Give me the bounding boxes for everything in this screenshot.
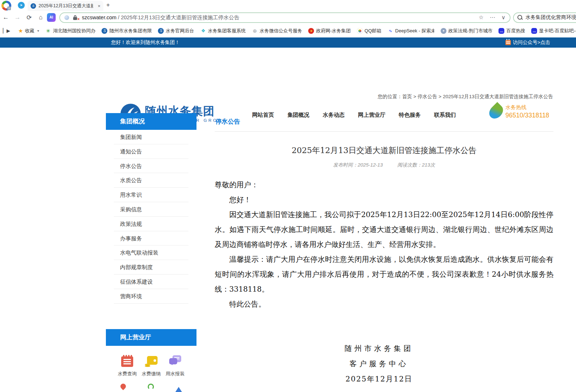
- up-triangle-icon[interactable]: [175, 384, 182, 392]
- bookmark-item[interactable]: ✦政策法规-荆门市城市: [441, 28, 492, 34]
- wallet-icon: [147, 356, 158, 365]
- view-count: 阅读次数：213次: [397, 162, 435, 168]
- paragraph: 您好！: [215, 192, 553, 207]
- bookmark-favicon-icon: ✳: [45, 28, 51, 34]
- welcome-text: 您好！欢迎来到随州水务集团！: [111, 39, 180, 46]
- insecure-lock-icon[interactable]: ×: [73, 15, 79, 20]
- bookmark-favicon-icon: S: [102, 28, 107, 34]
- search-icon: [517, 15, 523, 20]
- bookmark-item[interactable]: ★政府网-水务集团: [308, 28, 350, 34]
- bookmark-favicon-icon: S: [158, 28, 164, 34]
- bookmark-item[interactable]: S水务官网后台: [158, 28, 194, 34]
- article-signature: 随州市水务集团 客户服务中心 2025年12月12日: [210, 341, 548, 387]
- site-header: 随州水务集团 SUIZHOU WATER GROUP 网站首页 集团概况 水务动…: [0, 48, 576, 90]
- ai-assistant-button[interactable]: AI: [47, 13, 56, 22]
- url-path: / 2025年12月13日交通大道新旧管连接施工停水公告: [116, 15, 239, 20]
- bookmark-favicon-icon: 灬: [531, 28, 537, 34]
- sidebar-item-procurement[interactable]: 采购信息: [114, 202, 188, 217]
- url-host: szcswater.com: [82, 15, 116, 20]
- breadcrumb-category-link[interactable]: 停水公告: [418, 94, 437, 99]
- browser-logo-badge: v: [7, 7, 11, 10]
- bookmark-item[interactable]: S随州市水务集团有限: [102, 28, 152, 34]
- sidebar-item-services[interactable]: 办事服务: [114, 231, 188, 246]
- calendar-icon: [505, 40, 511, 45]
- favorites-star-icon: ★: [18, 28, 23, 34]
- hotline-label: 水务热线: [505, 104, 549, 111]
- site-orb-icon[interactable]: [64, 15, 69, 20]
- telegram-icon[interactable]: ➤: [18, 2, 25, 9]
- breadcrumb-home-link[interactable]: 首页: [402, 94, 412, 99]
- bookmark-item[interactable]: ⊕水务微信公众号服务: [252, 28, 302, 34]
- paragraph: 特此公告。: [215, 297, 553, 312]
- dropdown-chevron-icon[interactable]: ∨: [501, 14, 505, 21]
- bookmark-star-icon[interactable]: ☆: [479, 14, 484, 21]
- sidebar-item-utility-joint-install[interactable]: 水电气联动报装: [114, 245, 188, 260]
- sidebar-section-group-overview: 集团概况: [106, 113, 196, 130]
- coins-icon: [145, 365, 150, 367]
- sidebar-item-group-news[interactable]: 集团新闻: [114, 130, 188, 144]
- refresh-circle-icon[interactable]: [148, 384, 154, 390]
- breadcrumb-current: 2025年12月13日交通大道新旧管连接施工停水公告: [443, 94, 553, 99]
- home-button[interactable]: ⌂: [35, 14, 47, 21]
- sidebar-section-online-hall: 网上营业厅: [106, 329, 196, 346]
- sidebar-item-internal-rules[interactable]: 内部规章制度: [114, 260, 188, 275]
- paragraph: 尊敬的用户：: [215, 177, 553, 192]
- back-button[interactable]: ←: [0, 14, 12, 21]
- sidebar-item-credit-system[interactable]: 征信体系建设: [114, 275, 188, 289]
- sidebar-item-business-environment[interactable]: 营商环境: [114, 289, 188, 304]
- bookmark-favicon-icon: [357, 28, 363, 34]
- browser-window: v ➤ S 2025年12月13日交通大道新 × + ← → ⟳ ⌂ AI × …: [0, 0, 576, 392]
- search-query-text: 水务集团优化营商环境创: [525, 14, 576, 21]
- bookmark-favicon-icon: ❖: [200, 28, 206, 34]
- sidebar-item-notices[interactable]: 通知公告: [114, 144, 188, 159]
- bookmark-item[interactable]: 灬显卡吧-百度贴吧--三: [531, 28, 576, 34]
- bookmark-item[interactable]: ∿DeepSeek - 探索未: [388, 28, 434, 34]
- tab-strip: v ➤ S 2025年12月13日交通大道新 × +: [0, 0, 576, 11]
- tab-title: 2025年12月13日交通大道新: [39, 3, 93, 9]
- forward-button[interactable]: →: [12, 14, 23, 21]
- bookmark-item[interactable]: ✳湖北随州国投协同办: [45, 28, 95, 34]
- page-title: 停水公告: [215, 113, 553, 131]
- favorites-caret-icon: ▾: [37, 29, 39, 33]
- notebook-icon: [121, 356, 133, 367]
- tab-close-icon[interactable]: ×: [98, 3, 100, 9]
- service-water-fee-query[interactable]: 水费查询: [115, 355, 139, 377]
- paragraph: 因交通大道新旧管连接施工，我公司拟于2025年12月13日22:00至2025年…: [215, 207, 553, 252]
- article-meta: 发布时间：2025-12-13阅读次数：213次: [215, 162, 553, 168]
- sidebar-item-water-quality[interactable]: 水质公告: [114, 173, 188, 188]
- sidebar: 集团概况 集团新闻 通知公告 停水公告 水质公告 用水常识 采购信息 政策法规 …: [106, 113, 196, 392]
- sidebar-toggle-icon[interactable]: ▏▶: [3, 28, 10, 33]
- breadcrumb: 您的位置：首页 > 停水公告 > 2025年12月13日交通大道新旧管连接施工停…: [378, 93, 553, 100]
- signature-org: 随州市水务集团: [210, 341, 548, 356]
- bookmarks-bar: ▏▶ ★ 收藏 ▾ ✳湖北随州国投协同办 S随州市水务集团有限 S水务官网后台 …: [0, 24, 576, 37]
- bookmark-favicon-icon: ∿: [388, 28, 393, 34]
- bookmark-favicon-icon: ✦: [441, 28, 446, 34]
- active-tab[interactable]: S 2025年12月13日交通大道新 ×: [28, 1, 103, 11]
- article-body: 尊敬的用户： 您好！ 因交通大道新旧管连接施工，我公司拟于2025年12月13日…: [215, 177, 553, 312]
- favorites-button[interactable]: ★ 收藏 ▾: [18, 28, 39, 34]
- signature-dept: 客户服务中心: [210, 356, 548, 371]
- bookmark-item[interactable]: QQ邮箱: [357, 28, 381, 34]
- sidebar-menu: 集团新闻 通知公告 停水公告 水质公告 用水常识 采购信息 政策法规 办事服务 …: [106, 130, 196, 304]
- sidebar-item-water-knowledge[interactable]: 用水常识: [114, 188, 188, 202]
- sidebar-item-policies[interactable]: 政策法规: [114, 217, 188, 231]
- bookmark-item[interactable]: ❖水务集团客服系统: [200, 28, 246, 34]
- sidebar-item-water-outage-notices[interactable]: 停水公告: [114, 159, 188, 173]
- bookmark-favicon-icon: 灬: [498, 28, 504, 34]
- service-water-install[interactable]: 用水报装: [163, 355, 187, 377]
- wechat-account-link[interactable]: 访问公众号>点击: [505, 39, 550, 46]
- more-actions-icon[interactable]: ⋯: [490, 14, 495, 21]
- bookmark-favicon-icon: ★: [308, 28, 314, 34]
- paragraph: 温馨提示：请广大用户在停水时注意关闭用水设施，以免供水恢复后造成跑水。供水恢复后…: [215, 252, 553, 297]
- bookmark-item[interactable]: 灬百度热搜: [498, 28, 525, 34]
- reload-button[interactable]: ⟳: [23, 14, 35, 21]
- location-pin-icon[interactable]: [119, 382, 127, 390]
- service-shortcuts: 水费查询 水费缴纳 用水报装: [106, 346, 196, 377]
- new-tab-button[interactable]: +: [106, 1, 110, 9]
- site-favicon-icon: S: [31, 3, 36, 9]
- url-text[interactable]: szcswater.com / 2025年12月13日交通大道新旧管连接施工停水…: [82, 14, 239, 21]
- search-input[interactable]: 水务集团优化营商环境创: [513, 12, 576, 23]
- welcome-banner: 您好！欢迎来到随州水务集团！ 访问公众号>点击: [0, 37, 576, 48]
- service-water-fee-payment[interactable]: 水费缴纳: [139, 355, 163, 377]
- address-bar[interactable]: × szcswater.com / 2025年12月13日交通大道新旧管连接施工…: [59, 12, 511, 23]
